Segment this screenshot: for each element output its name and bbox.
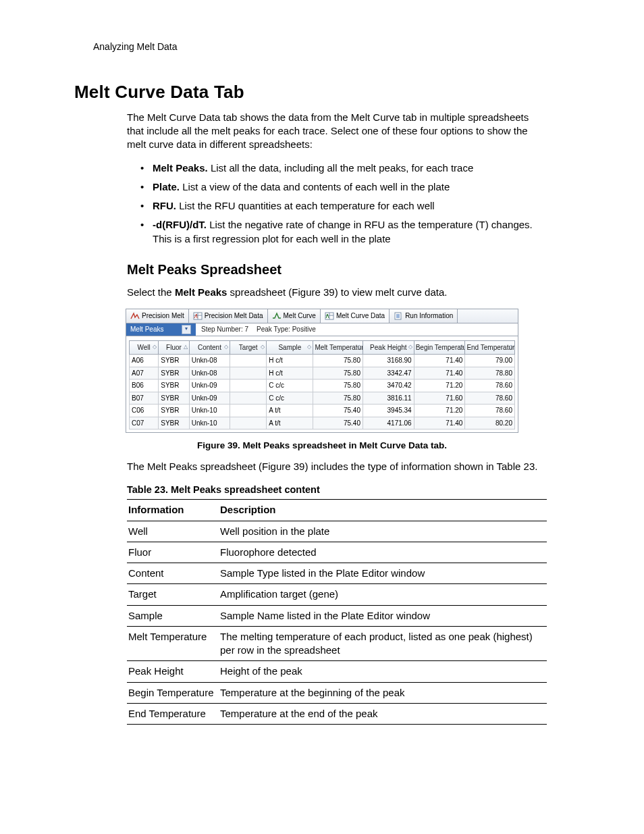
cell-target	[230, 367, 267, 380]
option-rfu: RFU. List the RFU quantities at each tem…	[139, 199, 544, 213]
option-rest: List a view of the data and contents of …	[180, 181, 450, 192]
desc-desc: Well position in the plate	[219, 521, 547, 542]
tab-melt-curve[interactable]: Melt Curve	[268, 309, 321, 323]
spreadsheet-meta: Step Number: 7 Peak Type: Positive	[196, 323, 518, 336]
cell-target	[230, 392, 267, 405]
cell-begin-temperature: 71.20	[414, 405, 465, 417]
col-sample[interactable]: Sample◇	[267, 340, 313, 355]
cell-sample: C c/c	[267, 380, 313, 392]
option-term: RFU.	[153, 200, 176, 211]
spreadsheet-selector-bar: Melt Peaks ▾ Step Number: 7 Peak Type: P…	[126, 323, 518, 336]
col-peak-height[interactable]: Peak Height◇	[363, 340, 414, 355]
cell-fluor: SYBR	[159, 392, 189, 405]
cell-peak-height: 3470.42	[363, 380, 414, 392]
table-row[interactable]: B06 SYBR Unkn-09 C c/c 75.80 3470.42 71.…	[130, 380, 515, 392]
options-list: Melt Peaks. List all the data, including…	[139, 161, 544, 246]
option-drfudt: -d(RFU)/dT. List the negative rate of ch…	[139, 218, 544, 246]
app-tabstrip: Precision Melt Precision Melt Data Melt …	[126, 309, 518, 323]
desc-desc: Height of the peak	[219, 661, 547, 682]
col-content[interactable]: Content◇	[189, 340, 230, 355]
grid-container: Well◇ Fluor△ Content◇ Target◇ Sample◇ Me…	[126, 336, 518, 433]
col-fluor[interactable]: Fluor△	[159, 340, 189, 355]
sort-icon: ◇	[357, 344, 361, 351]
option-rest: List the RFU quantities at each temperat…	[176, 200, 435, 211]
cell-fluor: SYBR	[159, 417, 189, 429]
cell-begin-temperature: 71.40	[414, 367, 465, 380]
desc-info: Melt Temperature	[127, 626, 219, 661]
after-figure-paragraph: The Melt Peaks spreadsheet (Figure 39) i…	[127, 460, 547, 473]
desc-info: Peak Height	[127, 661, 219, 682]
text: Select the	[127, 286, 175, 298]
col-label: Begin Temperature	[416, 344, 465, 351]
info-sheet-icon	[394, 312, 403, 320]
cell-sample: A t/t	[267, 405, 313, 417]
chart-peak-icon	[130, 312, 140, 320]
cell-melt-temperature: 75.80	[313, 380, 363, 392]
table-row[interactable]: C07 SYBR Unkn-10 A t/t 75.40 4171.06 71.…	[130, 417, 515, 429]
sort-icon: ◇	[153, 344, 157, 351]
tab-label: Precision Melt Data	[205, 311, 263, 321]
table-row[interactable]: A06 SYBR Unkn-08 H c/t 75.80 3168.90 71.…	[130, 355, 515, 367]
sort-icon: ◇	[307, 344, 311, 351]
table-row[interactable]: A07 SYBR Unkn-08 H c/t 75.80 3342.47 71.…	[130, 367, 515, 380]
desc-desc: Amplification target (gene)	[219, 584, 547, 605]
tab-label: Melt Curve Data	[336, 311, 385, 321]
tab-precision-melt[interactable]: Precision Melt	[126, 309, 189, 323]
app-screenshot: Precision Melt Precision Melt Data Melt …	[126, 309, 518, 433]
col-label: Melt Temperature	[315, 344, 363, 351]
col-label: Well	[137, 344, 150, 351]
desc-info: Well	[127, 521, 219, 542]
sort-icon: ◇	[459, 344, 463, 351]
desc-info: Begin Temperature	[127, 682, 219, 703]
figure-caption: Figure 39. Melt Peaks spreadsheet in Mel…	[59, 440, 585, 452]
desc-desc: Sample Name listed in the Plate Editor w…	[219, 605, 547, 626]
cell-well: B07	[130, 392, 159, 405]
table-row[interactable]: B07 SYBR Unkn-09 C c/c 75.80 3816.11 71.…	[130, 392, 515, 405]
desc-row: FluorFluorophore detected	[127, 542, 547, 563]
col-melt-temperature[interactable]: Melt Temperature◇	[313, 340, 363, 355]
grid-header-row: Well◇ Fluor△ Content◇ Target◇ Sample◇ Me…	[130, 340, 515, 355]
table-row[interactable]: C06 SYBR Unkn-10 A t/t 75.40 3945.34 71.…	[130, 405, 515, 417]
desc-row: End TemperatureTemperature at the end of…	[127, 703, 547, 724]
cell-fluor: SYBR	[159, 405, 189, 417]
col-label: Fluor	[166, 344, 182, 351]
col-begin-temperature[interactable]: Begin Temperature◇	[414, 340, 465, 355]
cell-sample: H c/t	[267, 355, 313, 367]
subsection-intro: Select the Melt Peaks spreadsheet (Figur…	[127, 286, 547, 299]
tab-label: Melt Curve	[284, 311, 316, 321]
cell-end-temperature: 79.00	[465, 355, 515, 367]
cell-end-temperature: 78.80	[465, 367, 515, 380]
tab-run-information[interactable]: Run Information	[390, 309, 458, 323]
option-rest: List all the data, including all the mel…	[208, 162, 474, 174]
sort-icon: ◇	[509, 344, 513, 351]
cell-end-temperature: 78.60	[465, 405, 515, 417]
desc-info: Fluor	[127, 542, 219, 563]
desc-info: Content	[127, 563, 219, 584]
cell-well: A07	[130, 367, 159, 380]
option-melt-peaks: Melt Peaks. List all the data, including…	[139, 161, 544, 175]
cell-end-temperature: 78.60	[465, 380, 515, 392]
tab-label: Run Information	[405, 311, 453, 321]
desc-info: Sample	[127, 605, 219, 626]
desc-info: Target	[127, 584, 219, 605]
cell-sample: C c/c	[267, 392, 313, 405]
text-bold: Melt Peaks	[175, 286, 227, 298]
spreadsheet-dropdown[interactable]: Melt Peaks ▾	[126, 323, 196, 336]
tab-melt-curve-data[interactable]: Melt Curve Data	[321, 309, 390, 323]
cell-fluor: SYBR	[159, 367, 189, 380]
desc-desc: Fluorophore detected	[219, 542, 547, 563]
table-caption: Table 23. Melt Peaks spreadsheet content	[127, 484, 585, 497]
desc-row: Peak HeightHeight of the peak	[127, 661, 547, 682]
col-target[interactable]: Target◇	[230, 340, 267, 355]
cell-begin-temperature: 71.60	[414, 392, 465, 405]
cell-begin-temperature: 71.20	[414, 380, 465, 392]
col-end-temperature[interactable]: End Temperature◇	[465, 340, 515, 355]
cell-content: Unkn-09	[189, 392, 230, 405]
cell-fluor: SYBR	[159, 355, 189, 367]
cell-melt-temperature: 75.80	[313, 355, 363, 367]
cell-target	[230, 355, 267, 367]
tab-precision-melt-data[interactable]: Precision Melt Data	[189, 309, 268, 323]
section-title: Melt Curve Data Tab	[74, 80, 585, 104]
col-well[interactable]: Well◇	[130, 340, 159, 355]
option-term: Melt Peaks.	[153, 162, 208, 174]
